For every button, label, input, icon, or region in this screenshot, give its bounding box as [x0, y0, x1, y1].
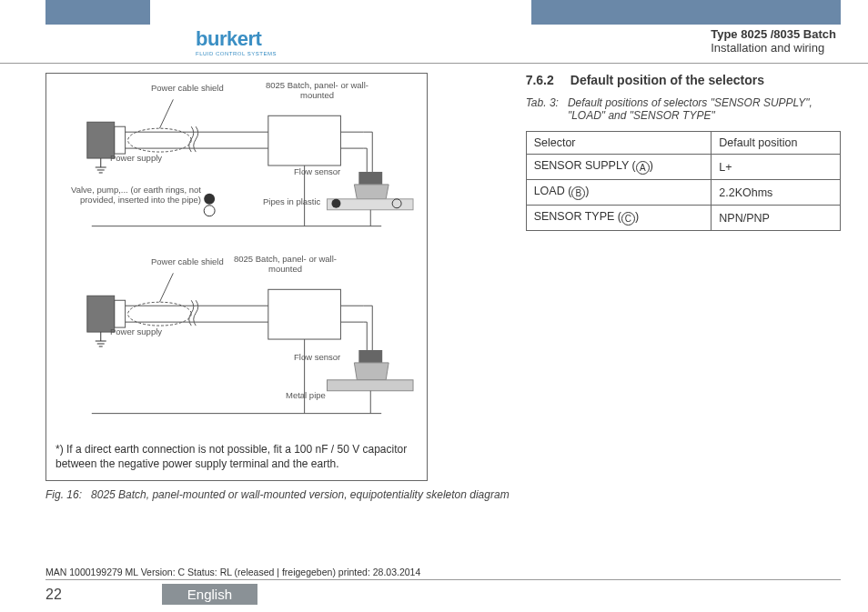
cell-value: L+	[712, 155, 841, 180]
cell-text: SENSOR TYPE (	[534, 210, 621, 223]
circle-letter-icon: A	[636, 161, 650, 175]
header-title-block: Type 8025 /8035 Batch Installation and w…	[711, 27, 836, 55]
cell-value: 2.2KOhms	[712, 180, 841, 206]
cell-selector: LOAD (B)	[526, 180, 712, 206]
label-flow-sensor-2: Flow sensor	[294, 353, 340, 363]
table-row: LOAD (B) 2.2KOhms	[526, 180, 840, 206]
label-power-supply-1: Power supply	[110, 154, 162, 164]
cell-selector: SENSOR TYPE (C)	[526, 206, 712, 231]
circle-letter-icon: C	[621, 212, 635, 226]
cell-selector: SENSOR SUPPLY (A)	[526, 155, 712, 180]
label-valve-text: Valve, pump,... (or earth rings, not pro…	[56, 186, 201, 206]
table-header-row: Selector Default position	[526, 132, 840, 155]
label-device-2: 8025 Batch, panel- or wall-mounted	[233, 255, 338, 275]
svg-rect-30	[358, 350, 382, 363]
cell-text: LOAD (	[534, 185, 572, 197]
label-power-cable-shield-1: Power cable shield	[151, 84, 224, 94]
svg-rect-8	[358, 172, 382, 185]
table-caption: Tab. 3: Default positions of selectors "…	[526, 96, 841, 122]
label-device-1: 8025 Batch, panel- or wall-mounted	[265, 81, 369, 101]
label-power-cable-shield-2: Power cable shield	[151, 257, 224, 267]
page-footer: MAN 1000199279 ML Version: C Status: RL …	[45, 567, 841, 605]
header-accent-left	[45, 0, 150, 25]
figure-footnote: *) If a direct earth connection is not p…	[56, 442, 418, 471]
table-caption-text: Default positions of selectors "SENSOR S…	[568, 96, 841, 122]
left-column: Power cable shield 8025 Batch, panel- or…	[45, 73, 510, 501]
svg-point-17	[204, 194, 215, 205]
th-selector: Selector	[526, 132, 712, 155]
diagram-svg-2	[56, 255, 418, 436]
table-row: SENSOR SUPPLY (A) L+	[526, 155, 840, 180]
page-header: burkert FLUID CONTROL SYSTEMS Type 8025 …	[0, 0, 868, 64]
brand-logo: burkert FLUID CONTROL SYSTEMS	[196, 27, 277, 56]
figure-caption-text: 8025 Batch, panel-mounted or wall-mounte…	[91, 488, 510, 501]
svg-rect-5	[268, 115, 341, 166]
wiring-diagram-2: Power cable shield 8025 Batch, panel- or…	[56, 255, 418, 436]
header-accent-right	[531, 0, 841, 25]
section-number: 7.6.2	[526, 73, 554, 87]
table-row: SENSOR TYPE (C) NPN/PNP	[526, 206, 840, 231]
circle-letter-icon: B	[571, 186, 585, 200]
svg-rect-31	[328, 380, 414, 391]
svg-rect-1	[115, 126, 126, 154]
language-badge: English	[162, 584, 257, 605]
svg-point-18	[204, 206, 215, 216]
label-pipes-plastic: Pipes in plastic	[263, 197, 320, 207]
table-caption-num: Tab. 3:	[526, 96, 559, 122]
doc-type-title: Type 8025 /8035 Batch	[711, 27, 836, 41]
cell-text: )	[585, 185, 589, 197]
doc-section-title: Installation and wiring	[711, 41, 836, 55]
diagram-svg-1	[56, 81, 418, 249]
svg-line-39	[159, 273, 173, 302]
figure-caption: Fig. 16: 8025 Batch, panel-mounted or wa…	[45, 488, 510, 501]
section-title: Default position of the selectors	[570, 73, 764, 87]
th-default: Default position	[712, 132, 841, 155]
footer-meta: MAN 1000199279 ML Version: C Status: RL …	[45, 567, 841, 580]
footer-row: 22 English	[45, 584, 841, 605]
cell-text: SENSOR SUPPLY (	[534, 159, 636, 172]
figure-box: Power cable shield 8025 Batch, panel- or…	[45, 73, 428, 481]
svg-rect-23	[115, 300, 126, 327]
svg-line-21	[159, 99, 173, 128]
label-power-supply-2: Power supply	[110, 327, 162, 337]
label-metal-pipe: Metal pipe	[286, 391, 326, 401]
cell-value: NPN/PNP	[712, 206, 841, 231]
svg-rect-27	[268, 289, 341, 339]
logo-subtext: FLUID CONTROL SYSTEMS	[196, 51, 277, 56]
wiring-diagram-1: Power cable shield 8025 Batch, panel- or…	[56, 81, 418, 249]
logo-text: burkert	[196, 27, 277, 51]
svg-point-19	[331, 199, 340, 208]
page-content: Power cable shield 8025 Batch, panel- or…	[0, 64, 868, 501]
page-number: 22	[45, 587, 62, 603]
label-flow-sensor-1: Flow sensor	[294, 167, 340, 177]
cell-text: )	[635, 210, 639, 223]
selectors-table: Selector Default position SENSOR SUPPLY …	[526, 131, 841, 231]
section-heading: 7.6.2 Default position of the selectors	[526, 73, 841, 87]
cell-text: )	[650, 159, 653, 172]
right-column: 7.6.2 Default position of the selectors …	[526, 73, 841, 501]
figure-caption-num: Fig. 16:	[45, 488, 82, 501]
